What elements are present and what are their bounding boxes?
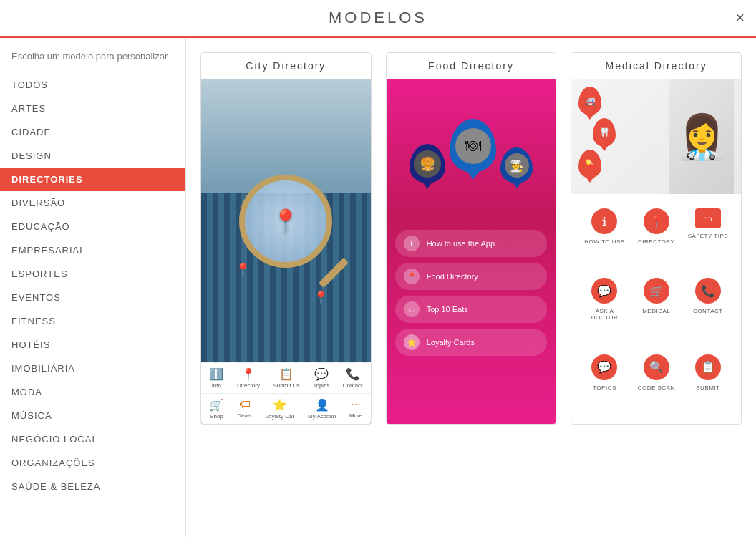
city-card-body: 📍 📍 📍 ℹ️ Info 📍 Directory: [201, 79, 371, 424]
grid-ask-doctor: 💬 ASK A DOCTOR: [578, 271, 630, 347]
sidebar-item-hoteis[interactable]: HOTÉIS: [0, 333, 185, 357]
sidebar-item-imobiliaria[interactable]: IMOBILIÁRIA: [0, 357, 185, 380]
template-food-directory[interactable]: Food Directory 🍔: [386, 52, 557, 425]
sidebar-item-eventos[interactable]: EVENTOS: [0, 286, 185, 309]
sidebar-item-negocio[interactable]: NEGÓCIO LOCAL: [0, 427, 185, 451]
contact-med-icon: 📞: [695, 278, 721, 304]
template-city-directory[interactable]: City Directory 📍 📍 📍: [200, 52, 372, 425]
account-icon: 👤: [315, 398, 329, 412]
grid-code-scan: 🔍 CODE SCAN: [631, 347, 682, 417]
sidebar-item-esportes[interactable]: ESPORTES: [0, 262, 185, 286]
food-menu-loyalty: ⭐ Loyalty Cards: [395, 329, 548, 356]
nav-more-label: More: [349, 412, 362, 419]
sidebar-item-todos[interactable]: TODOS: [0, 73, 185, 97]
grid-medical: 🛒 MEDICAL: [631, 271, 682, 347]
template-medical-directory[interactable]: Medical Directory 🚑 🦷 💊 👩‍⚕️: [571, 52, 742, 425]
sidebar-item-empresarial[interactable]: EMPRESARIAL: [0, 238, 185, 262]
nav-loyalty-label: Loyalty Car: [266, 413, 294, 420]
info-icon: ℹ️: [209, 367, 223, 381]
subtitle: Escolha um modelo para personalizar: [0, 45, 185, 73]
submit-med-label: SUBMIT: [696, 384, 719, 391]
med-pin-tooth: 🦷: [593, 118, 616, 147]
ask-doctor-label: ASK A DOCTOR: [581, 308, 627, 321]
nav-account-label: My Accoun: [308, 413, 336, 420]
directory-icon: 📍: [241, 367, 256, 381]
medical-pins: 🚑 🦷 💊: [578, 87, 616, 178]
contact-med-label: CONTACT: [693, 308, 723, 314]
nav-info-label: Info: [212, 382, 221, 389]
topics-icon: 💬: [314, 367, 329, 381]
sidebar-item-directories[interactable]: DIRECTORIES: [0, 168, 185, 191]
food-menu-how-to-label: How to use the App: [427, 239, 495, 248]
food-top-section: 🍔 🍽: [387, 79, 556, 223]
topics-med-icon: 💬: [591, 354, 617, 380]
nav-directory: 📍 Directory: [237, 367, 260, 389]
food-menu-directory-label: Food Directory: [427, 272, 478, 281]
pin-small-2: 📍: [313, 290, 329, 306]
safety-tips-icon: ▭: [695, 208, 721, 228]
sidebar-item-cidade[interactable]: CIDADE: [0, 120, 185, 144]
deals-icon: 🏷: [239, 398, 251, 411]
sidebar-item-educacao[interactable]: EDUCAÇÃO: [0, 215, 185, 238]
food-menu-items: ℹ How to use the App 📍 Food Directory ▭ …: [387, 223, 556, 424]
directory-med-icon: 📍: [644, 208, 669, 234]
topics-med-label: TOPICS: [593, 384, 616, 391]
sidebar-item-organizacoes[interactable]: ORGANIZAÇÕES: [0, 451, 185, 475]
grid-directory: 📍 DIRECTORY: [631, 201, 682, 271]
nav-shop: 🛒 Shop: [209, 398, 223, 420]
submit-med-icon: 📋: [695, 354, 721, 380]
medical-label: MEDICAL: [642, 308, 670, 314]
modal-header: MODELOS ×: [0, 0, 756, 38]
nav-more: ··· More: [349, 398, 362, 420]
close-button[interactable]: ×: [735, 9, 745, 27]
loyalty-star-icon: ⭐: [404, 334, 420, 350]
sidebar-item-musica[interactable]: MÚSICA: [0, 404, 185, 427]
how-to-use-icon: ℹ: [591, 208, 617, 234]
sidebar-item-saude[interactable]: SAÚDE & BELEZA: [0, 475, 185, 498]
contact-icon: 📞: [346, 367, 360, 381]
medical-top-section: 🚑 🦷 💊 👩‍⚕️: [571, 79, 741, 194]
nav-directory-label: Directory: [237, 382, 260, 389]
modal-body: Escolha um modelo para personalizar TODO…: [0, 38, 756, 537]
medical-icon: 🛒: [644, 278, 669, 304]
nav-topics-label: Topics: [313, 382, 329, 389]
magnifier: 📍: [239, 175, 332, 268]
modal-title: MODELOS: [329, 9, 427, 27]
sidebar-item-fitness[interactable]: FITNESS: [0, 309, 185, 333]
city-card-title: City Directory: [201, 53, 371, 79]
food-dir-icon: 📍: [404, 268, 420, 284]
sidebar-item-artes[interactable]: ARTES: [0, 97, 185, 120]
food-menu-directory: 📍 Food Directory: [395, 263, 548, 290]
food-menu-how-to: ℹ How to use the App: [395, 230, 548, 257]
med-pin-pill: 💊: [578, 150, 601, 178]
nav-deals-label: Deals: [237, 412, 251, 419]
nav-shop-label: Shop: [210, 413, 223, 420]
pin-small-1: 📍: [235, 262, 251, 278]
safety-tips-label: SAFETY TIPS: [688, 233, 728, 239]
food-card-body: 🍔 🍽: [387, 79, 556, 424]
nav-submit: 📋 Submit Lis: [273, 367, 300, 389]
sidebar-item-design[interactable]: DESIGN: [0, 144, 185, 168]
food-card-title: Food Directory: [387, 53, 556, 79]
top10-icon: ▭: [404, 301, 420, 317]
loyalty-icon: ⭐: [273, 398, 287, 412]
more-icon: ···: [351, 398, 360, 411]
sidebar-item-moda[interactable]: MODA: [0, 380, 185, 404]
grid-contact: 📞 CONTACT: [682, 271, 734, 347]
city-skyline: 📍 📍 📍: [201, 79, 371, 362]
how-to-use-label: HOW TO USE: [584, 238, 624, 245]
directory-med-label: DIRECTORY: [638, 238, 674, 245]
grid-submit: 📋 SUBMIT: [682, 347, 734, 417]
city-nav-top: ℹ️ Info 📍 Directory 📋 Submit Lis 💬: [201, 362, 371, 393]
code-scan-label: CODE SCAN: [638, 384, 675, 391]
nav-deals: 🏷 Deals: [237, 398, 251, 420]
nav-topics: 💬 Topics: [313, 367, 329, 389]
nav-account: 👤 My Accoun: [308, 398, 336, 420]
city-nav-bottom: 🛒 Shop 🏷 Deals ⭐ Loyalty Car 👤: [201, 393, 371, 424]
nav-contact-label: Contact: [343, 382, 363, 389]
food-menu-top10-label: Top 10 Eats: [427, 305, 468, 314]
food-menu-loyalty-label: Loyalty Cards: [427, 338, 475, 347]
sidebar-item-diversao[interactable]: DIVERSÃO: [0, 191, 185, 215]
med-pin-ambulance: 🚑: [578, 87, 601, 115]
nav-contact: 📞 Contact: [343, 367, 363, 389]
